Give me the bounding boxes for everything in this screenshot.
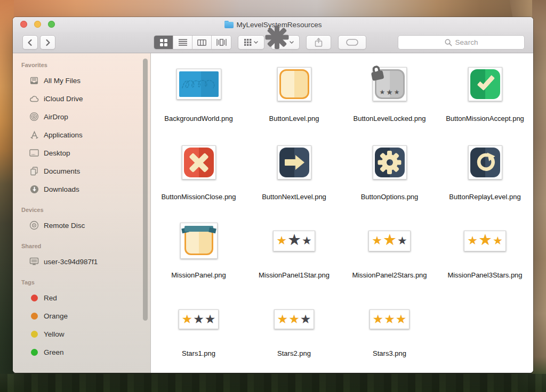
finder-window: MyLevelSystemResources — [13, 17, 533, 373]
sidebar: Favorites All My Files iCloud Drive AirD… — [13, 53, 151, 373]
button-replay-level-thumbnail — [468, 145, 502, 179]
file-name: MissionPanel1Star.png — [259, 270, 330, 281]
star-rating-icon: ★★★ — [276, 234, 312, 248]
button-level-thumbnail — [277, 67, 311, 101]
grid-view-icon — [160, 39, 167, 46]
checkmark-icon — [477, 72, 495, 91]
sidebar-item-applications[interactable]: Applications — [21, 126, 150, 144]
file-button-mission-accept[interactable]: ButtonMissionAccept.png — [437, 60, 533, 138]
star-rating-icon: ★★★ — [373, 313, 407, 325]
chevron-left-icon — [27, 39, 34, 46]
stars-1-thumbnail: ★★★ — [179, 309, 219, 329]
shared-computer-icon — [29, 256, 39, 267]
red-tag-icon — [29, 292, 39, 303]
mission-panel-3-stars-thumbnail: ★★★ — [464, 231, 506, 251]
file-name: Stars3.png — [373, 348, 406, 360]
button-level-locked-thumbnail: ★★★ — [373, 67, 407, 101]
minimize-window-button[interactable] — [34, 21, 41, 28]
forward-button[interactable] — [40, 35, 55, 50]
sidebar-section-shared: Shared — [21, 243, 150, 249]
tag-icon — [346, 39, 358, 46]
column-view-button[interactable] — [192, 36, 212, 49]
ribbon-banner-icon — [182, 226, 216, 233]
search-placeholder: Search — [455, 38, 478, 46]
sidebar-item-airdrop[interactable]: AirDrop — [21, 108, 150, 126]
back-button[interactable] — [22, 35, 38, 50]
arrow-right-icon — [285, 155, 304, 170]
file-mission-panel-3-stars[interactable]: ★★★ MissionPanel3Stars.png — [437, 216, 533, 295]
search-icon — [445, 39, 452, 46]
wallpaper-cliff-right — [532, 0, 546, 392]
sidebar-item-tag-green[interactable]: Green — [21, 343, 150, 361]
arrange-button[interactable] — [238, 35, 264, 50]
sidebar-scrollbar[interactable] — [143, 59, 148, 321]
cover-flow-icon — [216, 39, 227, 46]
file-name: ButtonMissionClose.png — [161, 192, 236, 203]
file-mission-panel[interactable]: MissionPanel.png — [151, 216, 246, 295]
file-button-level[interactable]: ButtonLevel.png — [246, 60, 342, 138]
tags-button[interactable] — [338, 35, 366, 50]
file-button-mission-close[interactable]: ButtonMissionClose.png — [151, 138, 246, 216]
sidebar-item-desktop[interactable]: Desktop — [21, 144, 150, 162]
stars-2-thumbnail: ★★★ — [274, 309, 315, 329]
list-view-button[interactable] — [173, 36, 192, 49]
applications-icon — [29, 129, 39, 140]
zoom-window-button[interactable] — [48, 21, 55, 28]
share-button[interactable] — [306, 35, 331, 50]
cover-flow-view-button[interactable] — [212, 36, 231, 49]
icon-view-button[interactable] — [154, 36, 173, 49]
file-mission-panel-2-stars[interactable]: ★★★ MissionPanel2Stars.png — [342, 216, 437, 295]
folder-icon — [224, 22, 234, 28]
arrange-icon — [244, 39, 252, 46]
file-button-options[interactable]: ButtonOptions.png — [342, 138, 437, 216]
mission-panel-2-stars-thumbnail: ★★★ — [368, 231, 411, 251]
icloud-icon — [29, 93, 39, 104]
gear-icon — [277, 37, 287, 47]
wallpaper-forest — [0, 374, 546, 392]
mission-panel-1-star-thumbnail: ★★★ — [273, 231, 315, 251]
chevron-down-icon — [290, 41, 294, 44]
wallpaper-sunset-left — [0, 0, 14, 392]
file-stars-2[interactable]: ★★★ Stars2.png — [246, 295, 342, 373]
file-mission-panel-1-star[interactable]: ★★★ MissionPanel1Star.png — [246, 216, 342, 295]
file-background-world[interactable]: BackgroundWorld.png — [151, 60, 246, 138]
file-name: Stars2.png — [277, 348, 311, 360]
sidebar-item-tag-orange[interactable]: Orange — [21, 307, 150, 325]
yellow-tag-icon — [29, 329, 39, 339]
file-name: MissionPanel.png — [171, 270, 226, 281]
sidebar-item-documents[interactable]: Documents — [21, 162, 150, 180]
airdrop-icon — [29, 111, 39, 122]
sidebar-item-tag-red[interactable]: Red — [21, 289, 150, 307]
sidebar-section-tags: Tags — [21, 279, 150, 285]
close-window-button[interactable] — [20, 21, 27, 28]
replay-icon — [475, 152, 495, 173]
file-name: BackgroundWorld.png — [164, 113, 232, 125]
sidebar-item-tag-yellow[interactable]: Yellow — [21, 325, 150, 343]
disc-icon — [29, 220, 39, 231]
traffic-lights — [20, 21, 55, 28]
sidebar-item-all-my-files[interactable]: All My Files — [21, 71, 150, 89]
file-name: ButtonOptions.png — [361, 192, 419, 203]
share-icon — [315, 38, 323, 47]
lock-icon — [370, 64, 384, 81]
button-mission-accept-thumbnail — [468, 67, 502, 101]
action-button[interactable] — [271, 35, 300, 50]
search-input[interactable]: Search — [398, 35, 525, 50]
file-stars-3[interactable]: ★★★ Stars3.png — [342, 295, 437, 373]
column-view-icon — [197, 39, 206, 46]
button-mission-close-thumbnail — [182, 145, 216, 179]
sidebar-item-remote-disc[interactable]: Remote Disc — [21, 216, 150, 234]
mission-panel-thumbnail — [180, 223, 218, 259]
file-button-level-locked[interactable]: ★★★ ButtonLevelLocked.png — [342, 60, 437, 138]
three-stars-icon: ★★★ — [376, 88, 403, 96]
star-rating-icon: ★★★ — [372, 234, 407, 248]
star-rating-icon: ★★★ — [182, 313, 216, 325]
sidebar-section-devices: Devices — [21, 207, 150, 213]
file-stars-1[interactable]: ★★★ Stars1.png — [151, 295, 246, 373]
file-button-next-level[interactable]: ButtonNextLevel.png — [246, 138, 342, 216]
file-button-replay-level[interactable]: ButtonReplayLevel.png — [437, 138, 533, 216]
sidebar-item-downloads[interactable]: Downloads — [21, 180, 150, 198]
desktop: MyLevelSystemResources — [0, 0, 546, 392]
sidebar-item-shared-computer[interactable]: user-3c94d987f1 — [21, 252, 150, 271]
sidebar-item-icloud-drive[interactable]: iCloud Drive — [21, 89, 150, 108]
